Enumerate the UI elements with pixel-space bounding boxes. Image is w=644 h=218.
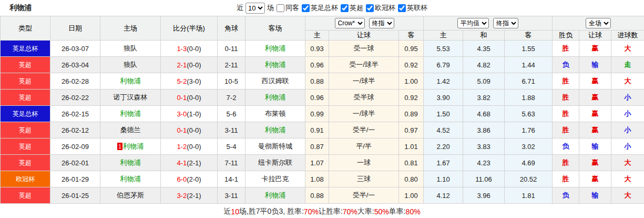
score-cell: 6-0(2-0) (161, 171, 218, 187)
result-winloss-cell: 胜 (553, 41, 579, 57)
handicap-cell: 三球 (329, 171, 399, 187)
col-header-avg-away: 客 (505, 31, 553, 41)
handicap-cell: 平/半 (329, 138, 399, 155)
premier-league-checkbox[interactable] (341, 4, 349, 12)
away-team-cell: 利物浦 (246, 187, 305, 204)
result-goals-cell: 小 (611, 122, 644, 138)
avg-away-cell: 3.02 (505, 138, 553, 155)
result-scope-select[interactable]: 全场 (586, 18, 611, 28)
crow-home-odds-cell: 1.08 (305, 171, 329, 187)
result-goals-cell: 大 (611, 73, 644, 90)
result-goals-cell: 大 (611, 155, 644, 171)
rank-badge: 1 (117, 143, 122, 150)
champions-league-checkbox[interactable] (366, 4, 374, 12)
league-cup-checkbox[interactable] (398, 4, 406, 12)
result-goals-cell: 大 (611, 41, 644, 57)
score-cell: 5-2(3-0) (161, 73, 218, 90)
avg-draw-cell: 5.09 (463, 73, 505, 90)
result-winloss-cell: 负 (553, 138, 579, 155)
filter-same-away[interactable]: 同客 (277, 3, 299, 13)
average-select[interactable]: 平均值 (457, 18, 489, 28)
table-row: 英超 26-01-25 伯恩茅斯 3-2(2-1) 3-11 利物浦 0.88 … (1, 187, 644, 204)
league-type-badge: 英足总杯 (1, 41, 50, 57)
table-row: 英超 26-02-22 诺丁汉森林 0-1(0-0) 7-2 利物浦 0.96 … (1, 90, 644, 106)
avg-away-cell: 20.52 (505, 171, 553, 187)
avg-draw-cell: 4.35 (463, 41, 505, 57)
odds-final-select[interactable]: 终指 (369, 18, 394, 28)
score-cell: 3-2(2-1) (161, 187, 218, 204)
league-type-badge: 英超 (1, 73, 50, 90)
result-goals-cell: 小 (611, 138, 644, 155)
col-header-avg-draw: 和 (463, 31, 505, 41)
date-cell: 26-02-28 (50, 73, 100, 90)
filter-fa-cup[interactable]: 英足总杯 (302, 3, 338, 13)
average-final-select[interactable]: 终指 (493, 18, 518, 28)
date-cell: 26-02-01 (50, 155, 100, 171)
date-cell: 26-01-25 (50, 187, 100, 204)
top-bar: 利物浦 近 10 场 同客 英足总杯 英超 欧冠杯 英联杯 (0, 0, 644, 16)
avg-draw-cell: 3.96 (463, 187, 505, 204)
avg-away-cell: 1.55 (505, 41, 553, 57)
home-team-cell: 伯恩茅斯 (100, 187, 161, 204)
date-cell: 26-03-07 (50, 41, 100, 57)
table-row: 英超 26-02-01 利物浦 4-1(2-1) 7-11 纽卡斯尔联 1.07… (1, 155, 644, 171)
result-winloss-cell: 胜 (553, 171, 579, 187)
col-header-crow-away: 客 (399, 31, 424, 41)
result-handicap-cell: 赢 (579, 73, 611, 90)
avg-draw-cell: 4.82 (463, 57, 505, 73)
league-type-badge: 英超 (1, 122, 50, 138)
filter-premier-league[interactable]: 英超 (341, 3, 363, 13)
avg-away-cell: 5.63 (505, 106, 553, 122)
avg-home-cell: 1.67 (424, 155, 463, 171)
corner-cell: 3-11 (218, 122, 246, 138)
crow-home-odds-cell: 0.91 (305, 122, 329, 138)
avg-home-cell: 6.79 (424, 57, 463, 73)
table-row: 英超 26-02-12 桑德兰 0-1(0-0) 3-11 利物浦 0.91 受… (1, 122, 644, 138)
away-team-cell: 利物浦 (246, 41, 305, 57)
league-type-badge: 英超 (1, 90, 50, 106)
score-cell: 1-2(0-0) (161, 138, 218, 155)
away-team-cell: 利物浦 (246, 122, 305, 138)
filter-champions-league[interactable]: 欧冠杯 (366, 3, 395, 13)
same-away-checkbox[interactable] (277, 4, 284, 12)
crow-away-odds-cell: 0.92 (399, 57, 424, 73)
table-row: 欧冠杯 26-01-29 利物浦 6-0(2-0) 14-1 卡拉巴克 1.08… (1, 171, 644, 187)
result-handicap-cell: 输 (579, 138, 611, 155)
crow-home-odds-cell: 0.88 (305, 187, 329, 204)
col-header-result-handicap: 让球 (579, 31, 611, 41)
handicap-cell: 受半/一 (329, 187, 399, 204)
league-type-badge: 英超 (1, 155, 50, 171)
date-cell: 26-01-29 (50, 171, 100, 187)
fa-cup-checkbox[interactable] (302, 4, 310, 12)
crow-away-odds-cell: 0.80 (399, 171, 424, 187)
filter-league-cup[interactable]: 英联杯 (398, 3, 427, 13)
result-winloss-cell: 负 (553, 57, 579, 73)
recent-count-select[interactable]: 10 (246, 3, 265, 14)
away-team-cell: 卡拉巴克 (246, 171, 305, 187)
table-row: 英超 26-02-09 1利物浦 1-2(0-0) 5-4 曼彻斯特城 0.87… (1, 138, 644, 155)
crow-home-odds-cell: 0.88 (305, 73, 329, 90)
col-header-type: 类型 (1, 16, 50, 41)
team-title: 利物浦 (9, 3, 32, 13)
result-winloss-cell: 胜 (553, 73, 579, 90)
corner-cell: 5-4 (218, 138, 246, 155)
result-goals-cell: 大 (611, 171, 644, 187)
avg-away-cell: 6.71 (505, 73, 553, 90)
avg-away-cell: 4.69 (505, 155, 553, 171)
avg-home-cell: 1.50 (424, 106, 463, 122)
result-winloss-cell: 胜 (553, 106, 579, 122)
date-cell: 26-02-12 (50, 122, 100, 138)
crow-away-odds-cell: 1.00 (399, 73, 424, 90)
handicap-cell: 一/球半 (329, 106, 399, 122)
corner-cell: 5-6 (218, 106, 246, 122)
col-header-home: 主场 (100, 16, 161, 41)
result-goals-cell: 大 (611, 187, 644, 204)
col-header-crow-handicap: 让球 (329, 31, 399, 41)
corner-cell: 0-11 (218, 41, 246, 57)
handicap-cell: 受一球 (329, 41, 399, 57)
filter-controls: 近 10 场 同客 英足总杯 英超 欧冠杯 英联杯 (237, 0, 427, 16)
home-team-cell: 狼队 (100, 57, 161, 73)
crow-away-odds-cell: 0.95 (399, 41, 424, 57)
odds-source-select[interactable]: Crow* (335, 18, 365, 28)
avg-away-cell: 1.88 (505, 90, 553, 106)
